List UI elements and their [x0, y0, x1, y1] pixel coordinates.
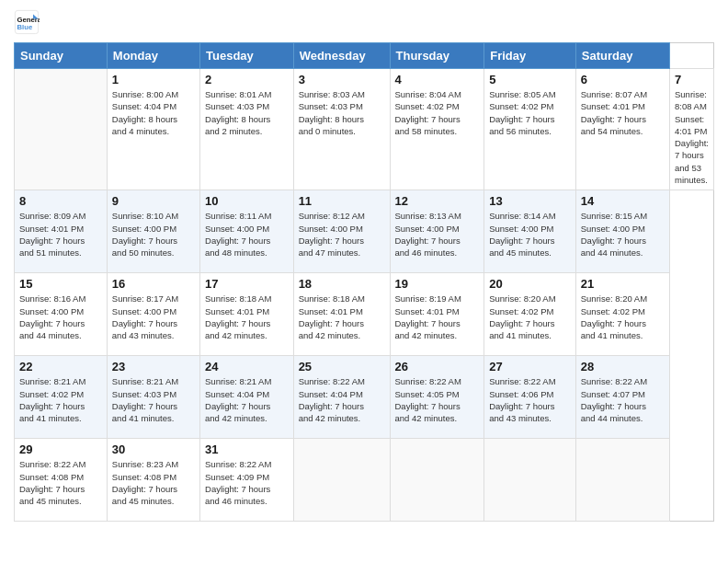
day-number: 15	[19, 277, 102, 291]
day-info: Sunrise: 8:16 AMSunset: 4:00 PMDaylight:…	[19, 293, 102, 341]
day-number: 28	[581, 360, 665, 373]
day-info: Sunrise: 8:21 AMSunset: 4:03 PMDaylight:…	[112, 375, 195, 424]
calendar-cell	[15, 69, 108, 190]
calendar-cell: 2Sunrise: 8:01 AMSunset: 4:03 PMDaylight…	[200, 69, 294, 190]
day-header-friday: Friday	[484, 43, 576, 69]
calendar-cell	[484, 439, 576, 522]
day-number: 9	[112, 194, 195, 208]
calendar-cell: 19Sunrise: 8:19 AMSunset: 4:01 PMDayligh…	[390, 273, 484, 356]
day-number: 4	[395, 73, 480, 86]
calendar-cell: 26Sunrise: 8:22 AMSunset: 4:05 PMDayligh…	[390, 356, 484, 439]
logo: General Blue	[14, 9, 43, 35]
calendar-cell: 29Sunrise: 8:22 AMSunset: 4:08 PMDayligh…	[15, 439, 108, 522]
day-info: Sunrise: 8:14 AMSunset: 4:00 PMDaylight:…	[489, 210, 571, 259]
calendar-cell: 24Sunrise: 8:21 AMSunset: 4:04 PMDayligh…	[200, 356, 294, 439]
day-number: 8	[19, 194, 102, 208]
day-info: Sunrise: 8:04 AMSunset: 4:02 PMDaylight:…	[395, 88, 480, 137]
calendar-cell: 11Sunrise: 8:12 AMSunset: 4:00 PMDayligh…	[293, 190, 390, 273]
day-info: Sunrise: 8:18 AMSunset: 4:01 PMDaylight:…	[205, 293, 289, 341]
day-info: Sunrise: 8:18 AMSunset: 4:01 PMDaylight:…	[299, 293, 385, 341]
day-number: 23	[112, 360, 195, 373]
day-header-saturday: Saturday	[575, 43, 669, 69]
week-row-1: 1Sunrise: 8:00 AMSunset: 4:04 PMDaylight…	[15, 69, 714, 190]
day-number: 14	[581, 194, 665, 208]
day-info: Sunrise: 8:10 AMSunset: 4:00 PMDaylight:…	[112, 210, 195, 259]
day-info: Sunrise: 8:21 AMSunset: 4:02 PMDaylight:…	[19, 375, 102, 424]
svg-text:General: General	[17, 16, 40, 24]
day-header-sunday: Sunday	[15, 43, 108, 69]
calendar-cell: 12Sunrise: 8:13 AMSunset: 4:00 PMDayligh…	[390, 190, 484, 273]
day-number: 26	[395, 360, 480, 373]
day-number: 24	[205, 360, 289, 373]
day-number: 30	[112, 442, 195, 456]
calendar-cell: 7Sunrise: 8:08 AMSunset: 4:01 PMDaylight…	[669, 69, 713, 190]
day-number: 20	[489, 277, 571, 291]
svg-text:Blue: Blue	[17, 23, 33, 31]
day-info: Sunrise: 8:03 AMSunset: 4:03 PMDaylight:…	[299, 88, 385, 137]
day-info: Sunrise: 8:11 AMSunset: 4:00 PMDaylight:…	[205, 210, 289, 259]
calendar-cell: 28Sunrise: 8:22 AMSunset: 4:07 PMDayligh…	[575, 356, 669, 439]
day-info: Sunrise: 8:20 AMSunset: 4:02 PMDaylight:…	[489, 293, 571, 341]
day-info: Sunrise: 8:09 AMSunset: 4:01 PMDaylight:…	[19, 210, 102, 259]
calendar-cell: 5Sunrise: 8:05 AMSunset: 4:02 PMDaylight…	[484, 69, 576, 190]
calendar-cell: 25Sunrise: 8:22 AMSunset: 4:04 PMDayligh…	[293, 356, 390, 439]
page-header: General Blue	[14, 9, 714, 35]
day-number: 1	[112, 73, 195, 86]
day-info: Sunrise: 8:22 AMSunset: 4:06 PMDaylight:…	[489, 375, 571, 424]
day-number: 19	[395, 277, 480, 291]
day-number: 6	[581, 73, 665, 86]
day-number: 21	[581, 277, 665, 291]
day-info: Sunrise: 8:17 AMSunset: 4:00 PMDaylight:…	[112, 293, 195, 341]
calendar-cell: 14Sunrise: 8:15 AMSunset: 4:00 PMDayligh…	[575, 190, 669, 273]
day-number: 22	[19, 360, 102, 373]
day-info: Sunrise: 8:20 AMSunset: 4:02 PMDaylight:…	[581, 293, 665, 341]
day-number: 13	[489, 194, 571, 208]
day-info: Sunrise: 8:08 AMSunset: 4:01 PMDaylight:…	[675, 88, 709, 186]
calendar-cell: 18Sunrise: 8:18 AMSunset: 4:01 PMDayligh…	[293, 273, 390, 356]
day-number: 25	[299, 360, 385, 373]
week-row-2: 8Sunrise: 8:09 AMSunset: 4:01 PMDaylight…	[15, 190, 714, 273]
week-row-4: 22Sunrise: 8:21 AMSunset: 4:02 PMDayligh…	[15, 356, 714, 439]
day-info: Sunrise: 8:00 AMSunset: 4:04 PMDaylight:…	[112, 88, 195, 137]
calendar-cell	[390, 439, 484, 522]
calendar-cell: 22Sunrise: 8:21 AMSunset: 4:02 PMDayligh…	[15, 356, 108, 439]
day-number: 16	[112, 277, 195, 291]
day-number: 11	[299, 194, 385, 208]
calendar-cell: 21Sunrise: 8:20 AMSunset: 4:02 PMDayligh…	[575, 273, 669, 356]
calendar-cell	[575, 439, 669, 522]
calendar-cell: 27Sunrise: 8:22 AMSunset: 4:06 PMDayligh…	[484, 356, 576, 439]
day-header-thursday: Thursday	[390, 43, 484, 69]
day-header-wednesday: Wednesday	[293, 43, 390, 69]
calendar-cell: 6Sunrise: 8:07 AMSunset: 4:01 PMDaylight…	[575, 69, 669, 190]
calendar-cell: 13Sunrise: 8:14 AMSunset: 4:00 PMDayligh…	[484, 190, 576, 273]
calendar-table: SundayMondayTuesdayWednesdayThursdayFrid…	[14, 42, 714, 522]
day-info: Sunrise: 8:22 AMSunset: 4:04 PMDaylight:…	[299, 375, 385, 424]
calendar-cell: 31Sunrise: 8:22 AMSunset: 4:09 PMDayligh…	[200, 439, 294, 522]
day-info: Sunrise: 8:05 AMSunset: 4:02 PMDaylight:…	[489, 88, 571, 137]
calendar-cell: 20Sunrise: 8:20 AMSunset: 4:02 PMDayligh…	[484, 273, 576, 356]
day-info: Sunrise: 8:07 AMSunset: 4:01 PMDaylight:…	[581, 88, 665, 137]
calendar-cell: 15Sunrise: 8:16 AMSunset: 4:00 PMDayligh…	[15, 273, 108, 356]
calendar-cell: 3Sunrise: 8:03 AMSunset: 4:03 PMDaylight…	[293, 69, 390, 190]
calendar-cell: 8Sunrise: 8:09 AMSunset: 4:01 PMDaylight…	[15, 190, 108, 273]
day-number: 27	[489, 360, 571, 373]
day-number: 17	[205, 277, 289, 291]
day-number: 18	[299, 277, 385, 291]
day-number: 10	[205, 194, 289, 208]
calendar-cell	[293, 439, 390, 522]
day-info: Sunrise: 8:21 AMSunset: 4:04 PMDaylight:…	[205, 375, 289, 424]
day-number: 5	[489, 73, 571, 86]
day-number: 3	[299, 73, 385, 86]
calendar-cell: 9Sunrise: 8:10 AMSunset: 4:00 PMDaylight…	[107, 190, 199, 273]
calendar-header-row: SundayMondayTuesdayWednesdayThursdayFrid…	[15, 43, 714, 69]
day-number: 31	[205, 442, 289, 456]
day-number: 2	[205, 73, 289, 86]
week-row-3: 15Sunrise: 8:16 AMSunset: 4:00 PMDayligh…	[15, 273, 714, 356]
day-number: 12	[395, 194, 480, 208]
week-row-5: 29Sunrise: 8:22 AMSunset: 4:08 PMDayligh…	[15, 439, 714, 522]
day-header-tuesday: Tuesday	[200, 43, 294, 69]
calendar-cell: 1Sunrise: 8:00 AMSunset: 4:04 PMDaylight…	[107, 69, 199, 190]
day-number: 7	[675, 73, 709, 86]
logo-icon: General Blue	[14, 9, 40, 35]
calendar-cell: 4Sunrise: 8:04 AMSunset: 4:02 PMDaylight…	[390, 69, 484, 190]
